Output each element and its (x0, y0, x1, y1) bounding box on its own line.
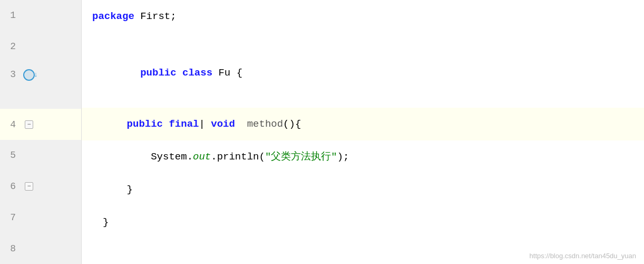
gutter-row-4: 4 − (0, 109, 81, 140)
line-number-1: 1 (0, 10, 21, 21)
string-literal: "父类方法执行" (265, 140, 337, 173)
println-text: .println( (211, 140, 265, 173)
code-line-6: } (82, 173, 644, 206)
keyword-final: final (169, 108, 199, 140)
line-number-4: 4 (0, 119, 21, 130)
gutter-row-6: 6 − (0, 171, 81, 202)
gutter-icon-6: − (21, 182, 37, 191)
indent-space (103, 173, 127, 206)
closing-paren: ); (337, 140, 349, 173)
gutter-icon-3 (21, 69, 37, 81)
keyword-public: public (140, 67, 182, 79)
code-indent (103, 108, 127, 140)
keyword-package: package (92, 11, 140, 22)
line-number-3: 3 (0, 69, 21, 80)
keyword-void: void (211, 108, 235, 140)
gutter-row-2: 2 (0, 31, 81, 62)
gutter-row-5: 5 (0, 140, 81, 171)
breakpoint-marker[interactable] (23, 69, 35, 81)
gutter-row-1: 1 (0, 0, 81, 31)
gutter-row-8: 8 (0, 233, 81, 264)
keyword-class: class (182, 67, 218, 79)
closing-brace: } (127, 173, 133, 206)
code-line-3: public class Fu { 1 related problem (82, 59, 644, 108)
line-number-6: 6 (0, 181, 21, 192)
closing-brace-outer: } (103, 206, 109, 239)
spacer (235, 108, 247, 140)
code-indent2 (103, 140, 151, 173)
system-text: System. (151, 140, 193, 173)
fold-button-6[interactable]: − (25, 182, 33, 191)
fold-button-4[interactable]: − (25, 120, 33, 129)
gutter-row-7: 7 (0, 202, 81, 233)
code-token: package First; (92, 0, 177, 33)
line-gutter: 1 2 3 4 − 5 6 (0, 0, 82, 264)
line-number-2: 2 (0, 41, 21, 52)
code-line-5: System.out.println("父类方法执行"); (82, 140, 644, 173)
code-line-7: } (82, 206, 644, 239)
cursor-marker: | (199, 108, 211, 140)
keyword-public2: public (127, 108, 169, 140)
line-number-5: 5 (0, 150, 21, 161)
line-number-8: 8 (0, 243, 21, 254)
code-content: package First; public class Fu { 1 relat… (82, 0, 644, 264)
code-line-3-text: public class Fu { (92, 40, 242, 106)
out-keyword: out (193, 140, 211, 173)
watermark: https://blog.csdn.net/tan45du_yuan (530, 252, 636, 260)
gutter-row-3: 3 (0, 62, 81, 109)
gutter-icon-4: − (21, 120, 37, 129)
method-name: method (247, 108, 283, 140)
line-number-7: 7 (0, 212, 21, 223)
code-editor: 1 2 3 4 − 5 6 (0, 0, 644, 264)
code-line-8 (82, 239, 644, 265)
code-plain: First; (140, 11, 176, 22)
code-line-1: package First; (82, 0, 644, 33)
code-line-4: public final| void method(){ (82, 108, 644, 140)
class-name: Fu { (218, 67, 242, 79)
method-paren: (){ (283, 108, 301, 140)
